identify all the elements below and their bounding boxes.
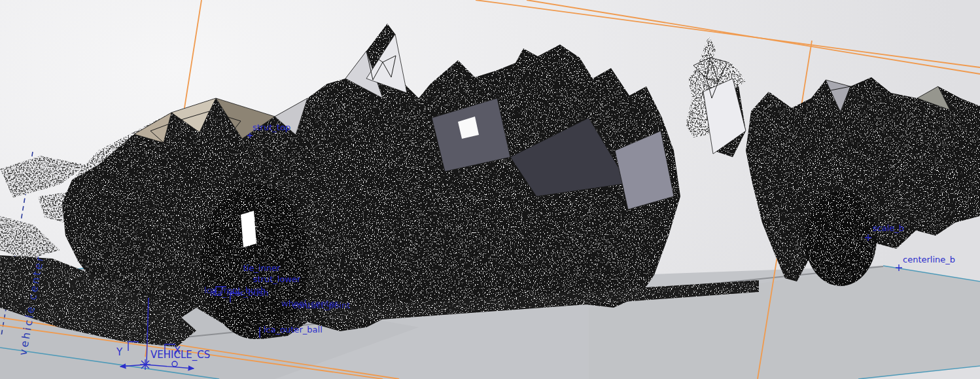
label-strut-top[interactable]: strut_top bbox=[253, 123, 290, 132]
label-centerline-b[interactable]: centerline_b bbox=[903, 255, 955, 264]
axis-x-label: X bbox=[174, 346, 181, 355]
origin-marker bbox=[140, 359, 150, 370]
cad-3d-viewport[interactable]: vehicle center strut_top tie_inner strut… bbox=[0, 0, 980, 379]
label-strut-lower[interactable]: strut_lower bbox=[253, 275, 301, 284]
label-lca-outer-ball[interactable]: lca_outer_ball bbox=[264, 325, 323, 334]
axis-y-label: Y bbox=[116, 348, 122, 357]
label-tie-inner[interactable]: tie_inner bbox=[243, 264, 281, 273]
label-lca-rear-bush[interactable]: lca_rear_bush bbox=[210, 289, 269, 298]
label-scale-b[interactable]: scale_b bbox=[873, 224, 904, 233]
label-contact-point[interactable]: contact_point bbox=[292, 301, 350, 310]
scene-canvas bbox=[0, 0, 980, 379]
